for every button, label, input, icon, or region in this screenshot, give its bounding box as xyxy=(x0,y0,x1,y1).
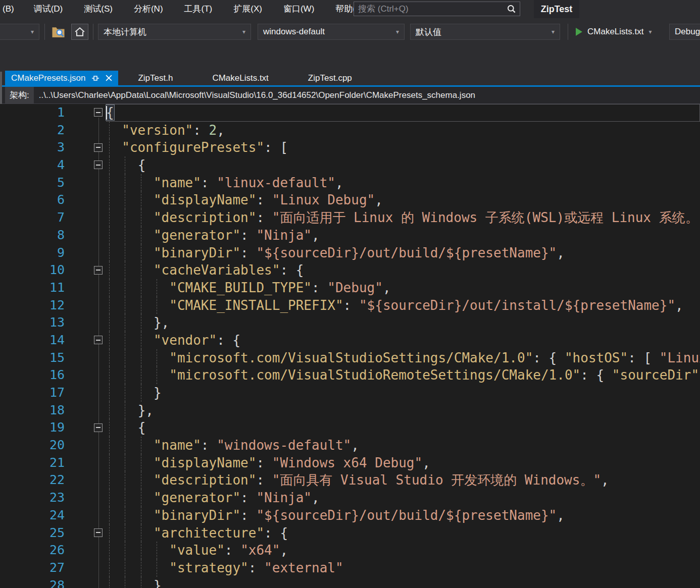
schema-path[interactable]: ..\..\Users\Charlee\AppData\Local\Micros… xyxy=(39,90,475,100)
indent-guide xyxy=(125,577,125,588)
menu-item-test[interactable]: 测试(S) xyxy=(73,0,123,18)
fold-margin xyxy=(65,559,106,577)
fold-margin xyxy=(65,139,106,156)
indent-guide xyxy=(157,366,157,384)
indent-guide xyxy=(125,332,125,349)
code-line[interactable]: 1{ xyxy=(0,104,700,122)
tab-cmakepresets-json[interactable]: CMakePresets.json xyxy=(5,71,118,85)
code-line[interactable]: 9 "binaryDir": "${sourceDir}/out/build/$… xyxy=(0,244,700,262)
code-line[interactable]: 23 "generator": "Ninja", xyxy=(0,489,700,507)
menu-item-analyze[interactable]: 分析(N) xyxy=(123,0,174,18)
fold-collapse-button[interactable] xyxy=(94,143,103,152)
tab-cmakelists-txt[interactable]: CMakeLists.txt xyxy=(192,71,288,85)
line-number: 2 xyxy=(0,122,65,139)
code-line[interactable]: 4 { xyxy=(0,156,700,174)
fold-collapse-button[interactable] xyxy=(94,336,103,344)
code-line[interactable]: 11 "CMAKE_BUILD_TYPE": "Debug", xyxy=(0,279,700,297)
line-number: 6 xyxy=(0,191,65,209)
fold-margin xyxy=(65,384,106,402)
configure-preset-dropdown[interactable]: windows-default ▾ xyxy=(258,24,405,40)
fold-margin xyxy=(65,419,106,437)
search-input[interactable] xyxy=(354,4,507,14)
search-box[interactable] xyxy=(354,2,520,16)
indent-guide xyxy=(109,297,110,314)
code-text: "name": "windows-default", xyxy=(106,437,700,454)
fold-margin xyxy=(65,209,106,227)
code-text: "microsoft.com/VisualStudioSettings/CMak… xyxy=(106,349,700,367)
code-text: }, xyxy=(106,402,700,419)
indent-guide xyxy=(141,577,141,588)
code-line[interactable]: 8 "generator": "Ninja", xyxy=(0,227,700,244)
indent-guide xyxy=(109,156,110,174)
tab-ziptest-h[interactable]: ZipTest.h xyxy=(118,71,192,85)
menu-item-tools[interactable]: 工具(T) xyxy=(174,0,223,18)
chevron-down-icon: ▾ xyxy=(392,28,399,35)
code-line[interactable]: 15 "microsoft.com/VisualStudioSettings/C… xyxy=(0,349,700,367)
configure-preset-value: windows-default xyxy=(263,27,325,37)
menu-item-extensions[interactable]: 扩展(X) xyxy=(223,0,273,18)
run-button[interactable]: CMakeLists.txt ▾ xyxy=(576,24,652,40)
code-line[interactable]: 27 "strategy": "external" xyxy=(0,559,700,577)
line-number: 3 xyxy=(0,139,65,156)
close-icon[interactable] xyxy=(106,75,112,81)
play-icon xyxy=(576,28,582,36)
fold-collapse-button[interactable] xyxy=(94,528,103,537)
line-number: 11 xyxy=(0,279,65,297)
target-machine-dropdown[interactable]: 本地计算机 ▾ xyxy=(98,24,251,40)
code-line[interactable]: 25 "architecture": { xyxy=(0,524,700,542)
fold-collapse-button[interactable] xyxy=(94,161,103,169)
code-text: "CMAKE_INSTALL_PREFIX": "${sourceDir}/ou… xyxy=(106,297,700,314)
target-machine-value: 本地计算机 xyxy=(104,26,146,38)
build-preset-dropdown[interactable]: 默认值 ▾ xyxy=(410,24,560,40)
code-line[interactable]: 17 } xyxy=(0,384,700,402)
line-number: 8 xyxy=(0,227,65,244)
code-line[interactable]: 19 { xyxy=(0,419,700,437)
code-line[interactable]: 18 }, xyxy=(0,402,700,419)
indent-guide xyxy=(157,279,157,297)
code-line[interactable]: 16 "microsoft.com/VisualStudioRemoteSett… xyxy=(0,366,700,384)
code-line[interactable]: 7 "description": "面向适用于 Linux 的 Windows … xyxy=(0,209,700,227)
pin-icon[interactable] xyxy=(91,74,99,82)
fold-collapse-button[interactable] xyxy=(94,266,103,275)
code-line[interactable]: 5 "name": "linux-default", xyxy=(0,174,700,192)
fold-collapse-button[interactable] xyxy=(94,108,103,117)
code-line[interactable]: 3 "configurePresets": [ xyxy=(0,139,700,156)
menu-item-window[interactable]: 窗口(W) xyxy=(273,0,325,18)
document-tab-strip: CMakePresets.json ZipTest.h CMakeLists.t… xyxy=(0,71,700,87)
code-line[interactable]: 20 "name": "windows-default", xyxy=(0,437,700,454)
code-line[interactable]: 10 "cacheVariables": { xyxy=(0,261,700,279)
indent-guide xyxy=(141,209,141,227)
folder-search-button[interactable] xyxy=(49,24,67,40)
code-line[interactable]: 22 "description": "面向具有 Visual Studio 开发… xyxy=(0,471,700,489)
indent-guide xyxy=(141,332,141,349)
menu-item-debug[interactable]: 调试(D) xyxy=(23,0,74,18)
left-edge-strip xyxy=(0,72,2,104)
code-editor[interactable]: 1{2 "version": 2,3 "configurePresets": [… xyxy=(0,104,700,588)
home-button[interactable] xyxy=(71,24,88,40)
code-line[interactable]: 2 "version": 2, xyxy=(0,122,700,139)
tab-ziptest-cpp[interactable]: ZipTest.cpp xyxy=(288,71,372,85)
build-config-dropdown[interactable]: Debug xyxy=(669,24,700,40)
indent-guide xyxy=(141,366,141,384)
fold-margin xyxy=(65,454,106,472)
code-line[interactable]: 12 "CMAKE_INSTALL_PREFIX": "${sourceDir}… xyxy=(0,297,700,314)
code-lines-container: 1{2 "version": 2,3 "configurePresets": [… xyxy=(0,104,700,588)
menu-item-build[interactable]: (B) xyxy=(0,0,23,18)
toolbar-empty-combo[interactable]: ▾ xyxy=(0,24,39,40)
indent-guide xyxy=(141,297,141,314)
code-line[interactable]: 28 }, xyxy=(0,577,700,588)
indent-guide xyxy=(109,559,110,577)
fold-margin xyxy=(65,297,106,314)
code-line[interactable]: 13 }, xyxy=(0,314,700,332)
code-line[interactable]: 14 "vendor": { xyxy=(0,332,700,349)
code-line[interactable]: 26 "value": "x64", xyxy=(0,542,700,559)
code-text: "version": 2, xyxy=(106,122,700,139)
code-line[interactable]: 24 "binaryDir": "${sourceDir}/out/build/… xyxy=(0,507,700,524)
fold-collapse-button[interactable] xyxy=(94,423,103,432)
indent-guide xyxy=(109,191,110,209)
fold-margin xyxy=(65,332,106,349)
indent-guide xyxy=(125,261,125,279)
code-line[interactable]: 6 "displayName": "Linux Debug", xyxy=(0,191,700,209)
code-line[interactable]: 21 "displayName": "Windows x64 Debug", xyxy=(0,454,700,472)
indent-guide xyxy=(125,471,125,489)
